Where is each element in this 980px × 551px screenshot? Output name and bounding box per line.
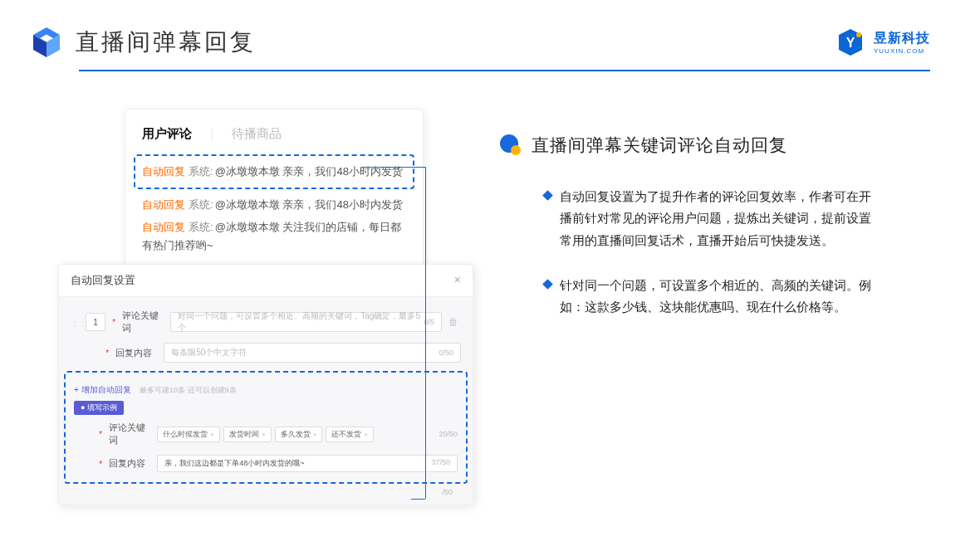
comments-panel: 用户评论 | 待播商品 自动回复系统:@冰墩墩本墩 亲亲，我们48小时内发货 自… <box>125 109 424 268</box>
example-reply-text: 亲，我们这边都是下单48小时内发货的哦~ <box>164 458 304 469</box>
keyword-tag[interactable]: 还不发货× <box>326 427 374 442</box>
section-title: 直播间弹幕关键词评论自动回复 <box>532 134 787 157</box>
reply-label: 回复内容 <box>115 347 157 359</box>
highlighted-message: 自动回复系统:@冰墩墩本墩 亲亲，我们48小时内发货 <box>134 154 414 189</box>
tab-pending-products[interactable]: 待播商品 <box>232 126 282 142</box>
example-section: + 增加自动回复 最多可建10条 还可以创建9条 ● 填写示例 * 评论关键词 … <box>64 371 468 484</box>
svg-point-1 <box>856 32 861 37</box>
brand-logo: Y 昱新科技 YUUXIN.COM <box>835 27 930 57</box>
keyword-tag[interactable]: 什么时候发货× <box>157 427 220 442</box>
brand-icon: Y <box>835 27 865 57</box>
drag-handle-icon[interactable]: ⋮⋮ <box>71 318 79 327</box>
reply-placeholder: 每条限50个中文字符 <box>171 347 247 358</box>
connector-line <box>411 499 425 500</box>
bottom-count: /50 <box>71 484 461 496</box>
example-badge: ● 填写示例 <box>74 401 124 415</box>
message-text: @冰墩墩本墩 亲亲，我们48小时内发货 <box>215 198 403 211</box>
keyword-input[interactable]: 对同一个问题，可设置多个相近、高频的关键词，Tag确定，最多5个 0/5 <box>170 312 442 332</box>
required-marker: * <box>105 348 109 358</box>
auto-reply-settings-panel: 自动回复设置 × ⋮⋮ 1 * 评论关键词 对同一个问题，可设置多个相近、高频的… <box>58 264 473 505</box>
tab-separator: | <box>210 126 213 142</box>
tag-remove-icon[interactable]: × <box>313 431 317 438</box>
trash-icon[interactable]: 🗑 <box>448 316 461 328</box>
keyword-tag[interactable]: 多久发货× <box>275 427 323 442</box>
example-keyword-count: 20/50 <box>439 430 458 438</box>
bullet-text-2: 针对同一个问题，可设置多个相近的、高频的关键词。例如：这款多少钱、这块能优惠吗、… <box>560 275 880 319</box>
add-hint: 最多可建10条 还可以创建9条 <box>140 386 237 394</box>
example-keyword-label: 评论关键词 <box>109 422 150 446</box>
reply-input[interactable]: 每条限50个中文字符 0/50 <box>164 343 461 363</box>
tab-user-comments[interactable]: 用户评论 <box>142 126 192 142</box>
auto-reply-tag: 自动回复 <box>142 198 185 211</box>
brand-name: 昱新科技 <box>874 30 930 47</box>
system-tag: 系统: <box>189 221 213 233</box>
svg-text:Y: Y <box>846 36 855 50</box>
keyword-tag[interactable]: 发货时间× <box>223 427 272 442</box>
auto-reply-tag: 自动回复 <box>142 165 185 178</box>
auto-reply-tag: 自动回复 <box>142 221 185 233</box>
keyword-placeholder: 对同一个问题，可设置多个相近、高频的关键词，Tag确定，最多5个 <box>178 310 424 334</box>
system-tag: 系统: <box>189 198 213 211</box>
keyword-label: 评论关键词 <box>122 310 164 334</box>
connector-line <box>361 167 425 168</box>
tag-remove-icon[interactable]: × <box>210 431 214 438</box>
example-reply-count: 37/50 <box>431 458 450 469</box>
brand-sub: YUUXIN.COM <box>874 47 924 55</box>
section-bubble-icon <box>498 134 522 157</box>
tag-remove-icon[interactable]: × <box>262 431 266 438</box>
required-marker: * <box>99 459 102 469</box>
system-tag: 系统: <box>189 165 213 178</box>
rule-number: 1 <box>86 313 105 331</box>
diamond-bullet-icon <box>542 190 553 201</box>
keyword-tags: 什么时候发货× 发货时间× 多久发货× 还不发货× <box>157 427 432 442</box>
required-marker: * <box>112 317 115 327</box>
settings-title: 自动回复设置 <box>71 273 135 288</box>
close-icon[interactable]: × <box>454 273 461 288</box>
diamond-bullet-icon <box>542 279 553 290</box>
example-reply-input[interactable]: 亲，我们这边都是下单48小时内发货的哦~ 37/50 <box>157 455 458 472</box>
reply-count: 0/50 <box>439 349 453 357</box>
cube-icon <box>29 25 64 60</box>
tag-remove-icon[interactable]: × <box>364 431 368 438</box>
example-reply-label: 回复内容 <box>109 457 150 470</box>
connector-line <box>425 167 426 499</box>
svg-point-3 <box>511 145 521 155</box>
page-title: 直播间弹幕回复 <box>76 27 256 58</box>
add-auto-reply-link[interactable]: + 增加自动回复 <box>74 385 131 394</box>
bullet-text-1: 自动回复设置为了提升作者的评论回复效率，作者可在开播前针对常见的评论用户问题，提… <box>560 186 880 251</box>
required-marker: * <box>99 429 102 439</box>
